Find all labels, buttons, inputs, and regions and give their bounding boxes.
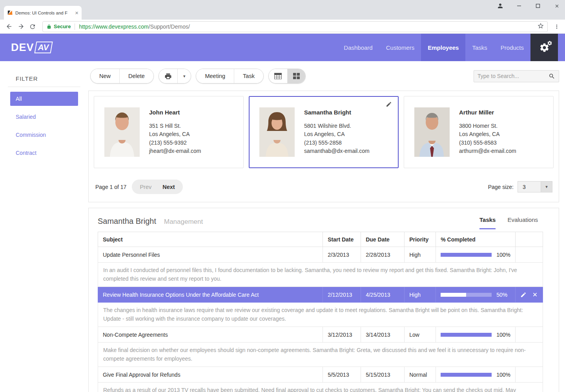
edit-task-icon[interactable]	[520, 292, 527, 298]
progress-label: 100%	[496, 372, 510, 378]
app-header: DEV AV Dashboard Customers Employees Tas…	[0, 34, 565, 61]
tab-evaluations[interactable]: Evaluations	[507, 216, 538, 229]
nav-item-customers[interactable]: Customers	[379, 34, 421, 61]
meeting-button[interactable]: Meeting	[196, 69, 234, 83]
window-close-icon[interactable]	[553, 2, 560, 9]
task-note-row: The changes in health insurance laws req…	[98, 303, 543, 327]
task-subject: Non-Compete Agreements	[98, 327, 323, 343]
task-row[interactable]: Non-Compete Agreements 3/12/2013 3/14/20…	[98, 327, 543, 343]
column-header-start-date[interactable]: Start Date	[323, 232, 361, 247]
employee-name: Samantha Bright	[304, 109, 370, 116]
new-button[interactable]: New	[91, 69, 119, 83]
lock-icon	[47, 24, 51, 29]
detail-header: Samantha Bright Management Tasks Evaluat…	[89, 208, 559, 226]
column-header-priority[interactable]: Priority	[405, 232, 436, 247]
tab-close-icon[interactable]: ×	[75, 10, 78, 16]
task-start-date: 5/5/2013	[323, 367, 361, 383]
task-priority: Normal	[405, 367, 436, 383]
task-priority: Low	[405, 327, 436, 343]
search-box	[474, 70, 559, 82]
forward-icon[interactable]	[15, 21, 27, 33]
bookmark-star-icon[interactable]	[537, 22, 544, 31]
task-row[interactable]: Update Personnel Files 2/3/2013 2/28/201…	[98, 247, 543, 263]
column-header-actions	[516, 232, 543, 247]
print-dropdown-button[interactable]: ▾	[177, 69, 191, 83]
logo-text-dev: DEV	[11, 42, 34, 54]
filter-item-contract[interactable]: Contract	[10, 146, 78, 160]
chevron-down-icon: ▾	[183, 74, 186, 79]
tab-title: Demos: UI Controls and F	[15, 11, 73, 15]
task-progress: 100%	[436, 367, 516, 383]
main-nav: Dashboard Customers Employees Tasks Prod…	[337, 34, 530, 61]
task-actions	[516, 247, 543, 263]
progress-bar	[441, 253, 492, 257]
task-due-date: 4/25/2013	[361, 287, 405, 303]
detail-department: Management	[164, 218, 203, 226]
employee-name: Arthur Miller	[459, 109, 516, 116]
tab-tasks[interactable]: Tasks	[479, 216, 496, 229]
employee-card-john-heart[interactable]: John Heart 351 S Hill St. Los Angeles, C…	[94, 96, 244, 168]
column-header-completed[interactable]: % Completed	[436, 232, 516, 247]
nav-item-dashboard[interactable]: Dashboard	[337, 34, 379, 61]
filter-item-all[interactable]: All	[10, 92, 78, 106]
task-start-date: 2/3/2013	[323, 247, 361, 263]
task-actions	[516, 327, 543, 343]
browser-tab[interactable]: Demos: UI Controls and F ×	[4, 6, 82, 20]
search-input[interactable]	[478, 73, 549, 79]
task-note-row: Make final decision on whether our emplo…	[98, 343, 543, 367]
task-row-selected[interactable]: Review Health Insurance Options Under th…	[98, 287, 543, 303]
task-priority: High	[405, 287, 436, 303]
search-icon[interactable]	[549, 73, 555, 80]
window-minimize-icon[interactable]	[516, 2, 523, 9]
task-progress: 50%	[436, 287, 516, 303]
edit-pencil-icon[interactable]	[386, 101, 392, 109]
table-view-button[interactable]	[269, 69, 287, 83]
page-size-select[interactable]: 3 ▾	[518, 181, 552, 192]
reload-icon[interactable]	[27, 21, 38, 33]
filter-title: FILTER	[16, 75, 88, 82]
employee-phone: (213) 555-2858	[304, 139, 370, 147]
card-view-button[interactable]	[287, 69, 305, 83]
url-bar[interactable]: Secure https://www.devexpress.com /Suppo…	[42, 21, 548, 32]
settings-gear-button[interactable]	[530, 34, 558, 61]
toolbar: New Delete ▾ Meeting Task	[90, 69, 559, 83]
employee-card-arthur-miller[interactable]: Arthur Miller 3800 Homer St. Los Angeles…	[404, 96, 554, 168]
browser-menu-icon[interactable]	[552, 21, 562, 33]
task-progress: 100%	[436, 327, 516, 343]
filter-item-salaried[interactable]: Salaried	[10, 110, 78, 124]
prev-page-button[interactable]: Prev	[134, 184, 157, 190]
employee-address2: Los Angeles, CA	[149, 130, 201, 139]
employee-photo	[259, 107, 295, 157]
employee-email: jheart@dx-email.com	[149, 147, 201, 156]
employee-phone: (213) 555-9392	[149, 139, 201, 147]
task-row[interactable]: Give Final Approval for Refunds 5/5/2013…	[98, 367, 543, 383]
nav-item-products[interactable]: Products	[494, 34, 530, 61]
delete-task-icon[interactable]	[532, 292, 538, 298]
filter-item-commission[interactable]: Commission	[10, 128, 78, 142]
chevron-down-icon[interactable]: ▾	[541, 181, 552, 192]
profile-icon[interactable]	[497, 2, 504, 9]
delete-button[interactable]: Delete	[119, 69, 153, 83]
task-start-date: 3/12/2013	[323, 327, 361, 343]
nav-item-employees[interactable]: Employees	[421, 34, 465, 61]
back-icon[interactable]	[3, 21, 15, 33]
progress-label: 100%	[496, 332, 510, 338]
employee-photo	[104, 107, 140, 157]
table-view-icon	[274, 73, 282, 79]
browser-addressbar: Secure https://www.devexpress.com /Suppo…	[0, 20, 565, 34]
main-content: New Delete ▾ Meeting Task	[88, 61, 565, 392]
task-due-date: 2/28/2013	[361, 247, 405, 263]
next-page-button[interactable]: Next	[157, 184, 180, 190]
task-button[interactable]: Task	[234, 69, 263, 83]
employee-card-samantha-bright[interactable]: Samantha Bright 5801 Wilshire Blvd. Los …	[249, 96, 399, 168]
employee-photo	[414, 107, 450, 157]
filter-sidebar: FILTER All Salaried Commission Contract	[0, 61, 88, 392]
url-text-path: /Support/Demos/	[149, 24, 190, 30]
column-header-subject[interactable]: Subject	[98, 232, 323, 247]
column-header-due-date[interactable]: Due Date	[361, 232, 405, 247]
task-progress: 100%	[436, 247, 516, 263]
print-button[interactable]	[159, 69, 177, 83]
window-maximize-icon[interactable]	[534, 2, 541, 9]
nav-item-tasks[interactable]: Tasks	[465, 34, 494, 61]
view-toggle-group	[268, 69, 306, 83]
